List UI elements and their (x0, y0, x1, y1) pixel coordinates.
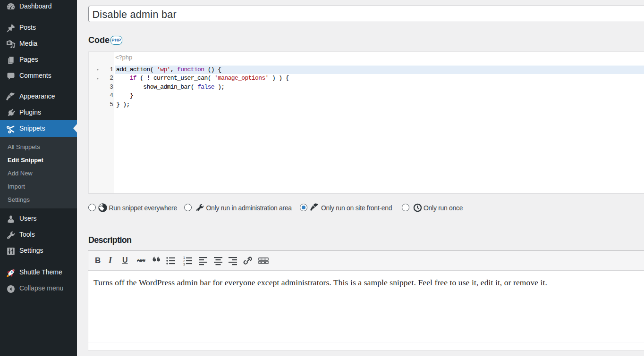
svg-text:3: 3 (183, 263, 185, 266)
svg-text:2: 2 (183, 259, 185, 263)
svg-text:1: 1 (183, 256, 185, 259)
